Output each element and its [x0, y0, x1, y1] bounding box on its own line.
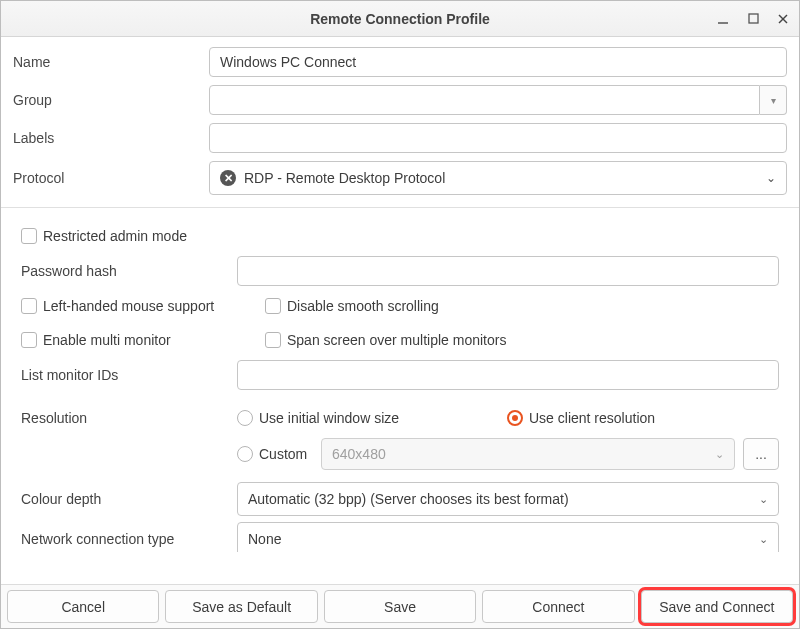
- save-and-connect-button[interactable]: Save and Connect: [641, 590, 793, 623]
- disable-smooth-checkbox[interactable]: Disable smooth scrolling: [265, 298, 439, 314]
- chevron-down-icon: ▾: [771, 95, 776, 106]
- span-screen-checkbox[interactable]: Span screen over multiple monitors: [265, 332, 506, 348]
- restricted-admin-checkbox[interactable]: Restricted admin mode: [21, 228, 187, 244]
- rdp-protocol-icon: ✕: [220, 170, 236, 186]
- labels-input[interactable]: [209, 123, 787, 153]
- list-monitor-input[interactable]: [237, 360, 779, 390]
- close-button[interactable]: [773, 9, 793, 29]
- group-field: ▾: [209, 85, 787, 115]
- network-type-select[interactable]: None ⌄: [237, 522, 779, 552]
- colour-depth-label: Colour depth: [21, 491, 237, 507]
- enable-multi-checkbox[interactable]: Enable multi monitor: [21, 332, 251, 348]
- svg-rect-1: [749, 14, 758, 23]
- restricted-admin-label: Restricted admin mode: [43, 228, 187, 244]
- chevron-down-icon: ⌄: [715, 448, 724, 461]
- resolution-initial-label: Use initial window size: [259, 410, 399, 426]
- resolution-custom-label: Custom: [259, 446, 307, 462]
- checkbox-icon: [265, 298, 281, 314]
- group-dropdown-button[interactable]: ▾: [760, 85, 787, 115]
- more-label: ...: [755, 446, 767, 462]
- protocol-value: RDP - Remote Desktop Protocol: [244, 170, 445, 186]
- enable-multi-label: Enable multi monitor: [43, 332, 171, 348]
- checkbox-icon: [21, 228, 37, 244]
- checkbox-icon: [21, 332, 37, 348]
- radio-icon: [507, 410, 523, 426]
- colour-depth-select[interactable]: Automatic (32 bpp) (Server chooses its b…: [237, 482, 779, 516]
- chevron-down-icon: ⌄: [759, 493, 768, 506]
- chevron-down-icon: ⌄: [766, 171, 776, 185]
- disable-smooth-label: Disable smooth scrolling: [287, 298, 439, 314]
- checkbox-icon: [265, 332, 281, 348]
- chevron-down-icon: ⌄: [759, 533, 768, 546]
- button-bar: Cancel Save as Default Save Connect Save…: [1, 584, 799, 628]
- minimize-button[interactable]: [713, 9, 733, 29]
- window-controls: [713, 1, 793, 36]
- protocol-select[interactable]: ✕ RDP - Remote Desktop Protocol ⌄: [209, 161, 787, 195]
- labels-label: Labels: [13, 130, 203, 146]
- name-input[interactable]: [209, 47, 787, 77]
- save-default-button[interactable]: Save as Default: [165, 590, 317, 623]
- resolution-client-radio[interactable]: Use client resolution: [507, 410, 655, 426]
- settings-panel[interactable]: Restricted admin mode Password hash Left…: [1, 208, 799, 552]
- connect-button[interactable]: Connect: [482, 590, 634, 623]
- maximize-button[interactable]: [743, 9, 763, 29]
- resolution-custom-radio[interactable]: Custom: [237, 446, 313, 462]
- protocol-label: Protocol: [13, 170, 203, 186]
- name-label: Name: [13, 54, 203, 70]
- resolution-client-label: Use client resolution: [529, 410, 655, 426]
- window-title: Remote Connection Profile: [1, 11, 799, 27]
- custom-resolution-placeholder: 640x480: [332, 446, 386, 462]
- cancel-button[interactable]: Cancel: [7, 590, 159, 623]
- resolution-label: Resolution: [21, 410, 237, 426]
- titlebar: Remote Connection Profile: [1, 1, 799, 37]
- left-handed-label: Left-handed mouse support: [43, 298, 214, 314]
- left-handed-checkbox[interactable]: Left-handed mouse support: [21, 298, 251, 314]
- group-input[interactable]: [209, 85, 760, 115]
- radio-icon: [237, 446, 253, 462]
- network-type-value: None: [248, 531, 281, 547]
- checkbox-icon: [21, 298, 37, 314]
- list-monitor-label: List monitor IDs: [21, 367, 237, 383]
- span-screen-label: Span screen over multiple monitors: [287, 332, 506, 348]
- network-type-label: Network connection type: [21, 531, 237, 547]
- resolution-more-button[interactable]: ...: [743, 438, 779, 470]
- save-button[interactable]: Save: [324, 590, 476, 623]
- password-hash-label: Password hash: [21, 263, 237, 279]
- radio-icon: [237, 410, 253, 426]
- colour-depth-value: Automatic (32 bpp) (Server chooses its b…: [248, 491, 569, 507]
- custom-resolution-select: 640x480 ⌄: [321, 438, 735, 470]
- group-label: Group: [13, 92, 203, 108]
- resolution-initial-radio[interactable]: Use initial window size: [237, 410, 507, 426]
- profile-header-form: Name Group ▾ Labels Protocol ✕ RDP - Rem…: [1, 37, 799, 208]
- password-hash-input[interactable]: [237, 256, 779, 286]
